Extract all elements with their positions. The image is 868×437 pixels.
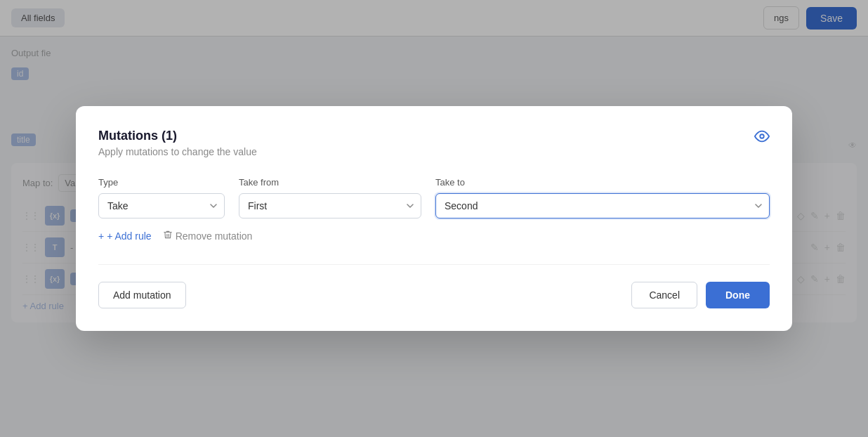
type-select[interactable]: Take Replace Trim Lowercase Uppercase bbox=[98, 193, 225, 218]
type-label: Type bbox=[98, 177, 225, 188]
plus-icon: + bbox=[98, 230, 104, 242]
modal-title: Mutations (1) bbox=[98, 129, 257, 143]
remove-mutation-button[interactable]: Remove mutation bbox=[163, 230, 253, 242]
take-to-label: Take to bbox=[435, 177, 770, 188]
add-rule-label: + Add rule bbox=[107, 230, 151, 242]
modal-header: Mutations (1) Apply mutations to change … bbox=[98, 129, 770, 157]
take-to-group: Take to First Second Third Last bbox=[435, 177, 770, 218]
take-from-select[interactable]: First Second Third Last bbox=[239, 193, 421, 218]
footer-actions: Cancel Done bbox=[631, 282, 770, 308]
form-row: Type Take Replace Trim Lowercase Upperca… bbox=[98, 177, 770, 218]
mutation-form: Type Take Replace Trim Lowercase Upperca… bbox=[98, 177, 770, 242]
modal-overlay: Mutations (1) Apply mutations to change … bbox=[0, 0, 868, 437]
type-group: Type Take Replace Trim Lowercase Upperca… bbox=[98, 177, 225, 218]
add-rule-button[interactable]: + + Add rule bbox=[98, 230, 152, 242]
modal-header-text: Mutations (1) Apply mutations to change … bbox=[98, 129, 257, 157]
form-actions: + + Add rule Remove mutation bbox=[98, 230, 770, 242]
remove-mutation-label: Remove mutation bbox=[176, 230, 253, 242]
cancel-button[interactable]: Cancel bbox=[631, 282, 697, 308]
mutations-modal: Mutations (1) Apply mutations to change … bbox=[76, 106, 792, 331]
done-button[interactable]: Done bbox=[706, 282, 770, 308]
add-mutation-button[interactable]: Add mutation bbox=[98, 282, 186, 308]
svg-point-0 bbox=[760, 134, 764, 138]
eye-icon[interactable] bbox=[754, 129, 770, 148]
modal-footer: Add mutation Cancel Done bbox=[98, 264, 770, 308]
trash-icon bbox=[163, 230, 173, 242]
take-from-group: Take from First Second Third Last bbox=[239, 177, 421, 218]
modal-subtitle: Apply mutations to change the value bbox=[98, 146, 257, 157]
take-to-select[interactable]: First Second Third Last bbox=[435, 193, 770, 218]
take-from-label: Take from bbox=[239, 177, 421, 188]
